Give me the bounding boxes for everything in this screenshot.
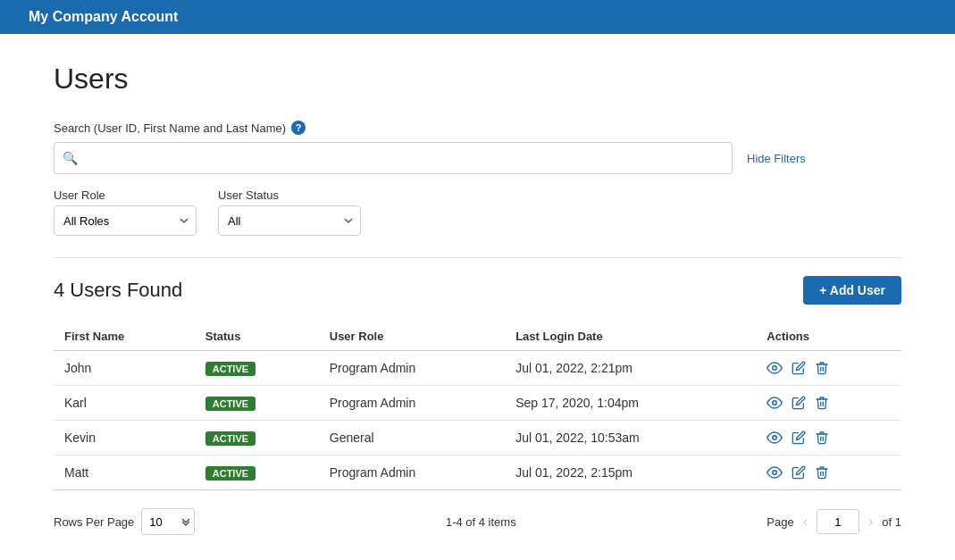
prev-page-button[interactable]: ‹ <box>800 512 811 531</box>
cell-last-login: Jul 01, 2022, 10:53am <box>505 421 756 456</box>
svg-point-0 <box>773 366 777 371</box>
table-row: John ACTIVE Program Admin Jul 01, 2022, … <box>54 351 901 386</box>
table-row: Karl ACTIVE Program Admin Sep 17, 2020, … <box>54 386 901 421</box>
cell-first-name: Matt <box>54 456 195 490</box>
search-input-wrapper: 🔍 <box>54 142 733 174</box>
status-badge: ACTIVE <box>205 397 256 411</box>
filter-group-role: User Role All Roles Program Admin Genera… <box>54 188 197 236</box>
user-role-select[interactable]: All Roles Program Admin General <box>54 205 197 236</box>
search-row: 🔍 Hide Filters <box>54 142 901 174</box>
of-total: of 1 <box>882 515 901 529</box>
cell-last-login: Sep 17, 2020, 1:04pm <box>505 386 756 421</box>
cell-actions <box>756 386 901 421</box>
cell-last-login: Jul 01, 2022, 2:21pm <box>505 351 756 386</box>
page-input-wrapper <box>817 509 859 534</box>
help-icon[interactable]: ? <box>291 121 306 135</box>
cell-role: Program Admin <box>319 456 505 490</box>
header: My Company Account <box>0 0 955 34</box>
svg-point-2 <box>773 436 777 440</box>
cell-first-name: Kevin <box>54 421 195 456</box>
search-label-row: Search (User ID, First Name and Last Nam… <box>54 121 901 135</box>
cell-status: ACTIVE <box>195 456 319 490</box>
action-icons <box>767 430 891 446</box>
delete-icon[interactable] <box>815 465 829 480</box>
users-found-row: 4 Users Found + Add User <box>54 276 901 305</box>
action-icons <box>767 395 891 411</box>
cell-status: ACTIVE <box>195 386 319 421</box>
edit-icon[interactable] <box>792 465 806 480</box>
page-title: Users <box>54 63 901 96</box>
delete-icon[interactable] <box>815 430 829 445</box>
cell-status: ACTIVE <box>195 421 319 456</box>
cell-first-name: John <box>54 351 195 386</box>
user-status-select[interactable]: All Active Inactive <box>218 205 361 236</box>
users-table: First Name Status User Role Last Login D… <box>54 322 901 490</box>
table-row: Matt ACTIVE Program Admin Jul 01, 2022, … <box>54 456 901 490</box>
col-header-actions: Actions <box>756 322 901 351</box>
cell-role: Program Admin <box>319 386 505 421</box>
filters-row: User Role All Roles Program Admin Genera… <box>54 188 901 236</box>
search-input[interactable] <box>54 142 733 174</box>
edit-icon[interactable] <box>792 430 806 445</box>
users-found-label: 4 Users Found <box>54 279 182 302</box>
delete-icon[interactable] <box>815 396 829 410</box>
header-title: My Company Account <box>29 9 178 25</box>
next-page-button[interactable]: › <box>865 512 876 531</box>
search-icon: 🔍 <box>63 151 78 165</box>
pagination-row: Rows Per Page 10 25 50 1-4 of 4 items Pa… <box>54 508 901 535</box>
user-role-label: User Role <box>54 188 197 202</box>
col-header-role: User Role <box>319 322 505 351</box>
status-badge: ACTIVE <box>205 466 256 481</box>
delete-icon[interactable] <box>815 361 829 375</box>
search-label: Search (User ID, First Name and Last Nam… <box>54 121 286 135</box>
cell-last-login: Jul 01, 2022, 2:15pm <box>505 456 756 490</box>
svg-point-1 <box>773 401 777 405</box>
col-header-status: Status <box>195 322 319 351</box>
view-icon[interactable] <box>767 464 783 481</box>
cell-actions <box>756 421 901 456</box>
edit-icon[interactable] <box>792 361 806 375</box>
divider <box>54 257 901 258</box>
view-icon[interactable] <box>767 395 783 411</box>
col-header-first-name: First Name <box>54 322 195 351</box>
table-row: Kevin ACTIVE General Jul 01, 2022, 10:53… <box>54 421 901 456</box>
view-icon[interactable] <box>767 430 783 446</box>
cell-role: Program Admin <box>319 351 505 386</box>
status-badge: ACTIVE <box>205 362 256 376</box>
rows-per-page-label: Rows Per Page <box>54 515 134 529</box>
cell-role: General <box>319 421 505 456</box>
status-badge: ACTIVE <box>205 431 256 446</box>
view-icon[interactable] <box>767 360 783 376</box>
action-icons <box>767 360 891 376</box>
items-info: 1-4 of 4 items <box>446 515 516 529</box>
add-user-button[interactable]: + Add User <box>803 276 901 305</box>
page-label: Page <box>767 515 793 529</box>
cell-actions <box>756 351 901 386</box>
hide-filters-link[interactable]: Hide Filters <box>747 152 806 165</box>
rows-per-page-select[interactable]: 10 25 50 <box>141 508 195 535</box>
edit-icon[interactable] <box>792 396 806 410</box>
action-icons <box>767 464 891 481</box>
cell-first-name: Karl <box>54 386 195 421</box>
page-input[interactable] <box>817 509 859 534</box>
cell-actions <box>756 456 901 490</box>
col-header-last-login: Last Login Date <box>505 322 756 351</box>
page-nav: Page ‹ › of 1 <box>767 509 901 534</box>
table-header-row: First Name Status User Role Last Login D… <box>54 322 901 351</box>
cell-status: ACTIVE <box>195 351 319 386</box>
main-content: Users Search (User ID, First Name and La… <box>0 34 955 560</box>
svg-point-3 <box>773 471 777 475</box>
filter-group-status: User Status All Active Inactive <box>218 188 361 236</box>
user-status-label: User Status <box>218 188 361 202</box>
rows-per-page-group: Rows Per Page 10 25 50 <box>54 508 195 535</box>
